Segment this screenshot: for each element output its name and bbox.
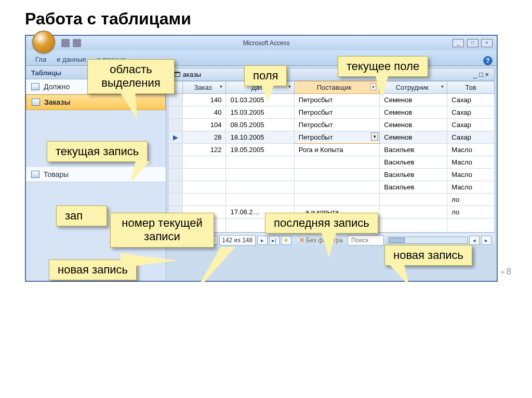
ds-min-icon[interactable]: _ bbox=[473, 71, 477, 78]
dropdown-icon[interactable]: ▾ bbox=[371, 132, 378, 141]
table-row[interactable]: ло bbox=[169, 194, 495, 206]
h-scrollbar[interactable] bbox=[388, 237, 468, 244]
callout-current-record: текущая запись bbox=[47, 141, 148, 162]
nav-item-orders[interactable]: Заказы bbox=[26, 94, 166, 110]
table-row[interactable]: 10408.05.2005ПетросбытСеменовСахар bbox=[169, 119, 495, 131]
callout-current-field: текущее поле bbox=[338, 56, 428, 77]
help-icon[interactable]: ? bbox=[483, 56, 493, 65]
col-employee: Сотрудник▾ bbox=[380, 81, 447, 94]
window-controls: _ □ × bbox=[451, 39, 493, 47]
close-button[interactable]: × bbox=[481, 39, 493, 47]
table-row[interactable]: 14001.03.2005ПетросбытСеменовСахар bbox=[169, 94, 495, 106]
office-button[interactable] bbox=[32, 31, 55, 53]
titlebar: Microsoft Access _ □ × bbox=[26, 36, 497, 50]
tab-external-data[interactable]: е данные bbox=[51, 53, 91, 65]
record-position[interactable]: 142 из 148 bbox=[219, 235, 256, 245]
data-table[interactable]: Заказ▾ Дата▾ Поставщик▾ Сотрудник▾ Тов 1… bbox=[168, 81, 495, 232]
navigation-pane: Таблицы Должно Заказы Товары bbox=[26, 66, 166, 281]
scroll-right-icon[interactable]: ▸ bbox=[481, 236, 491, 245]
last-record-button[interactable]: ▸| bbox=[269, 236, 280, 245]
callout-record-truncated: зап bbox=[56, 205, 107, 226]
table-icon bbox=[31, 83, 39, 90]
callout-last-record: последняя запись bbox=[265, 213, 378, 234]
app-title: Microsoft Access bbox=[243, 39, 290, 47]
callout-fields: поля bbox=[244, 65, 287, 86]
minimize-button[interactable]: _ bbox=[453, 39, 464, 47]
col-order: Заказ▾ bbox=[183, 81, 226, 94]
table-icon bbox=[32, 99, 40, 106]
filter-status[interactable]: ✕ Без фильтра bbox=[296, 236, 346, 245]
callout-record-number: номер текущей записи bbox=[110, 213, 214, 248]
table-icon bbox=[31, 171, 39, 178]
callout-new-record-left: новая запись bbox=[49, 259, 137, 280]
maximize-button[interactable]: □ bbox=[467, 39, 478, 47]
table-row[interactable]: ВасильевМасло bbox=[169, 181, 495, 194]
table-row[interactable]: ВасильевМасло bbox=[169, 169, 495, 181]
col-supplier: Поставщик▾ bbox=[294, 81, 379, 94]
new-record-button[interactable]: ✳ bbox=[281, 236, 291, 245]
tab-home[interactable]: Гла bbox=[30, 53, 51, 65]
ds-close-icon[interactable]: × bbox=[485, 71, 489, 78]
ds-max-icon[interactable]: □ bbox=[479, 71, 483, 78]
qat-save-icon[interactable] bbox=[61, 39, 70, 47]
scroll-left-icon[interactable]: ◂ bbox=[469, 236, 480, 245]
callout-selection: область выделения bbox=[87, 59, 175, 94]
col-product: Тов bbox=[447, 81, 495, 94]
table-row[interactable]: ▶2818.10.2005Петросбыт▾СеменовСахар bbox=[169, 131, 495, 144]
table-row[interactable]: 4015.03.2005ПетросбытСеменовСахар bbox=[169, 106, 495, 119]
callout-new-record-right: новая запись bbox=[384, 245, 472, 266]
search-input[interactable]: Поиск bbox=[348, 235, 384, 245]
table-row[interactable]: ВасильевМасло bbox=[169, 156, 495, 169]
slide-title: Работа с таблицами bbox=[25, 9, 532, 29]
table-row[interactable]: 12219.05.2005Рога и КопытаВасильевМасло bbox=[169, 144, 495, 156]
qat-undo-icon[interactable] bbox=[73, 39, 81, 47]
next-record-button[interactable]: ▸ bbox=[257, 236, 268, 245]
datasheet-titlebar: 🗔 аказы _ □ × bbox=[168, 68, 495, 81]
page-number: 8 bbox=[501, 267, 511, 277]
